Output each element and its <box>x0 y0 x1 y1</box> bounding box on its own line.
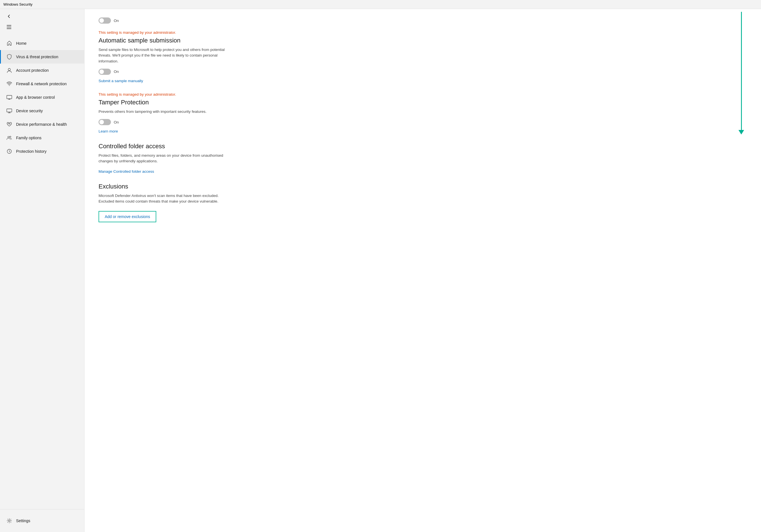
title-bar: Windows Security <box>0 0 761 9</box>
svg-point-4 <box>8 136 9 138</box>
clock-icon <box>7 148 12 154</box>
svg-rect-3 <box>7 109 12 112</box>
sidebar-item-settings[interactable]: Settings <box>0 514 84 527</box>
exclusions-title: Exclusions <box>98 183 747 190</box>
menu-button[interactable] <box>5 23 14 31</box>
tamper-admin-notice: This setting is managed by your administ… <box>98 92 747 96</box>
top-toggle-row: On <box>98 18 747 24</box>
svg-point-0 <box>8 68 10 71</box>
auto-sample-title: Automatic sample submission <box>98 37 747 44</box>
sidebar-label-history: Protection history <box>16 149 46 154</box>
sidebar-label-firewall: Firewall & network protection <box>16 81 67 86</box>
auto-sample-toggle-label: On <box>114 70 119 74</box>
heart-icon <box>7 122 12 127</box>
person-icon <box>7 68 12 73</box>
sidebar-label-app: App & browser control <box>16 95 55 100</box>
sidebar-item-family[interactable]: Family options <box>0 131 84 145</box>
people-icon <box>7 135 12 141</box>
app-title: Windows Security <box>3 2 32 7</box>
sidebar-item-history[interactable]: Protection history <box>0 145 84 158</box>
sidebar-item-device-security[interactable]: Device security <box>0 104 84 118</box>
tamper-desc: Prevents others from tampering with impo… <box>98 109 234 115</box>
top-toggle-knob <box>99 18 104 23</box>
sidebar-label-device-security: Device security <box>16 109 43 113</box>
display-icon <box>7 94 12 100</box>
auto-sample-section: This setting is managed by your administ… <box>98 30 747 83</box>
folder-access-section: Controlled folder access Protect files, … <box>98 143 747 174</box>
exclusions-section: Exclusions Microsoft Defender Antivirus … <box>98 183 747 223</box>
auto-sample-admin-notice: This setting is managed by your administ… <box>98 30 747 34</box>
tamper-toggle-row: On <box>98 119 747 125</box>
scroll-arrow <box>738 12 744 134</box>
home-icon <box>7 40 12 46</box>
tamper-toggle-label: On <box>114 120 119 124</box>
app-container: Home Virus & threat protection <box>0 9 761 532</box>
svg-rect-2 <box>7 95 12 99</box>
sidebar-item-firewall[interactable]: Firewall & network protection <box>0 77 84 90</box>
wifi-icon <box>7 81 12 87</box>
folder-access-desc: Protect files, folders, and memory areas… <box>98 153 234 164</box>
sidebar-label-home: Home <box>16 41 27 46</box>
svg-point-5 <box>10 136 11 137</box>
add-remove-exclusions-label: Add or remove exclusions <box>105 214 150 219</box>
tamper-learn-more-link[interactable]: Learn more <box>98 129 118 133</box>
tamper-toggle-knob <box>99 120 104 124</box>
top-toggle[interactable] <box>98 18 111 24</box>
desktop-icon <box>7 108 12 114</box>
auto-sample-toggle[interactable] <box>98 69 111 75</box>
arrow-line <box>741 12 742 130</box>
auto-sample-desc: Send sample files to Microsoft to help p… <box>98 47 234 64</box>
tamper-section: This setting is managed by your administ… <box>98 92 747 133</box>
sidebar-label-account: Account protection <box>16 68 49 73</box>
back-button[interactable] <box>5 12 14 21</box>
exclusions-desc: Microsoft Defender Antivirus won't scan … <box>98 193 234 204</box>
folder-access-link[interactable]: Manage Controlled folder access <box>98 169 154 174</box>
sidebar-item-device-health[interactable]: Device performance & health <box>0 118 84 131</box>
sidebar-label-virus: Virus & threat protection <box>16 55 58 59</box>
nav-items: Home Virus & threat protection <box>0 36 84 158</box>
shield-icon <box>7 54 12 60</box>
svg-point-7 <box>8 520 10 522</box>
folder-access-title: Controlled folder access <box>98 143 747 150</box>
arrow-head <box>738 130 744 134</box>
sidebar-item-app[interactable]: App & browser control <box>0 90 84 104</box>
tamper-title: Tamper Protection <box>98 99 747 106</box>
sidebar-item-virus[interactable]: Virus & threat protection <box>0 50 84 64</box>
auto-sample-toggle-row: On <box>98 69 747 75</box>
sidebar-label-settings: Settings <box>16 518 30 523</box>
main-content: On This setting is managed by your admin… <box>85 9 761 532</box>
sidebar-label-family: Family options <box>16 135 41 140</box>
top-toggle-label: On <box>114 19 119 23</box>
tamper-toggle[interactable] <box>98 119 111 125</box>
submit-sample-link[interactable]: Submit a sample manually <box>98 79 143 83</box>
auto-sample-toggle-knob <box>99 70 104 74</box>
sidebar-label-device-health: Device performance & health <box>16 122 67 127</box>
sidebar-top <box>0 9 84 34</box>
gear-icon <box>7 518 12 524</box>
sidebar: Home Virus & threat protection <box>0 9 85 532</box>
add-remove-exclusions-button[interactable]: Add or remove exclusions <box>98 211 156 222</box>
svg-point-1 <box>9 85 10 86</box>
sidebar-item-account[interactable]: Account protection <box>0 64 84 77</box>
sidebar-item-home[interactable]: Home <box>0 36 84 50</box>
sidebar-bottom: Settings <box>0 509 84 532</box>
